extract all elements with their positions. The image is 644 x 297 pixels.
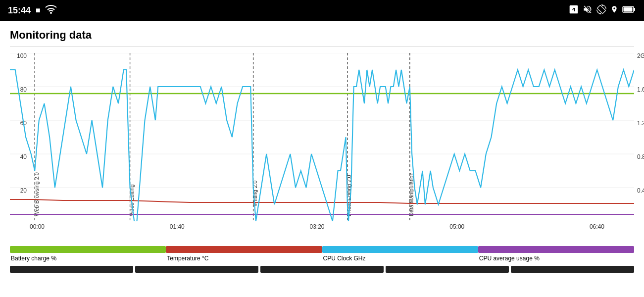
x-label-0: 00:00 bbox=[30, 223, 45, 230]
y-label-0-4ghz: 0.4GHz bbox=[637, 188, 644, 194]
chart-container: 100 80 60 40 20 bbox=[10, 53, 634, 241]
x-label-2: 03:20 bbox=[309, 223, 324, 230]
y-label-1-2ghz: 1.2GHz bbox=[637, 120, 644, 126]
rotate-icon bbox=[596, 4, 606, 16]
nfc-icon bbox=[569, 4, 579, 16]
legend-cpu-usage: CPU average usage % bbox=[478, 246, 634, 262]
chart-svg: Web Browsing 2.0 Video Editing Writing 2… bbox=[10, 53, 634, 221]
legend-cpu-usage-bar bbox=[478, 246, 634, 253]
svg-rect-2 bbox=[624, 7, 633, 12]
status-left: 15:44 ■ bbox=[8, 5, 56, 16]
main-page: Monitoring data 100 80 60 40 20 bbox=[0, 21, 644, 297]
legend-temperature-label: Temperature °C bbox=[166, 255, 322, 262]
bottom-item-1 bbox=[10, 266, 133, 273]
bottom-item-5 bbox=[511, 266, 634, 273]
mute-icon bbox=[583, 4, 593, 16]
x-label-1: 01:40 bbox=[170, 223, 185, 230]
legend-temperature-bar bbox=[166, 246, 322, 253]
x-label-4: 06:40 bbox=[590, 223, 604, 230]
status-right bbox=[569, 4, 636, 16]
legend-battery-label: Battery charge % bbox=[10, 255, 166, 262]
chart-legend: Battery charge % Temperature °C CPU Cloc… bbox=[10, 246, 634, 262]
legend-cpu-usage-label: CPU average usage % bbox=[478, 255, 634, 262]
legend-cpu-clock-label: CPU Clock GHz bbox=[322, 255, 478, 262]
y-label-1-6ghz: 1.6GHz bbox=[637, 87, 644, 93]
y-label-0-8ghz: 0.8GHz bbox=[637, 154, 644, 160]
svg-text:Web Browsing 2.0: Web Browsing 2.0 bbox=[33, 172, 39, 216]
status-bar: 15:44 ■ bbox=[0, 0, 644, 21]
bottom-item-4 bbox=[386, 266, 509, 273]
battery-icon bbox=[622, 5, 636, 15]
bottom-row bbox=[10, 266, 634, 273]
x-label-3: 05:00 bbox=[449, 223, 464, 230]
y-axis-right: 2GHz 1.6GHz 1.2GHz 0.8GHz 0.4GHz bbox=[635, 53, 644, 221]
bottom-item-2 bbox=[135, 266, 258, 273]
legend-temperature: Temperature °C bbox=[166, 246, 322, 262]
svg-rect-1 bbox=[634, 8, 635, 11]
stop-icon: ■ bbox=[36, 6, 41, 15]
x-axis: 00:00 01:40 03:20 05:00 06:40 bbox=[30, 221, 604, 230]
legend-cpu-clock: CPU Clock GHz bbox=[322, 246, 478, 262]
legend-cpu-clock-bar bbox=[322, 246, 478, 253]
page-title: Monitoring data bbox=[10, 29, 634, 47]
wifi-icon bbox=[46, 5, 56, 16]
location-icon bbox=[610, 4, 618, 16]
legend-battery-bar bbox=[10, 246, 166, 253]
status-time: 15:44 bbox=[8, 5, 31, 16]
y-label-2ghz: 2GHz bbox=[637, 53, 644, 59]
bottom-item-3 bbox=[260, 266, 384, 273]
legend-battery: Battery charge % bbox=[10, 246, 166, 262]
